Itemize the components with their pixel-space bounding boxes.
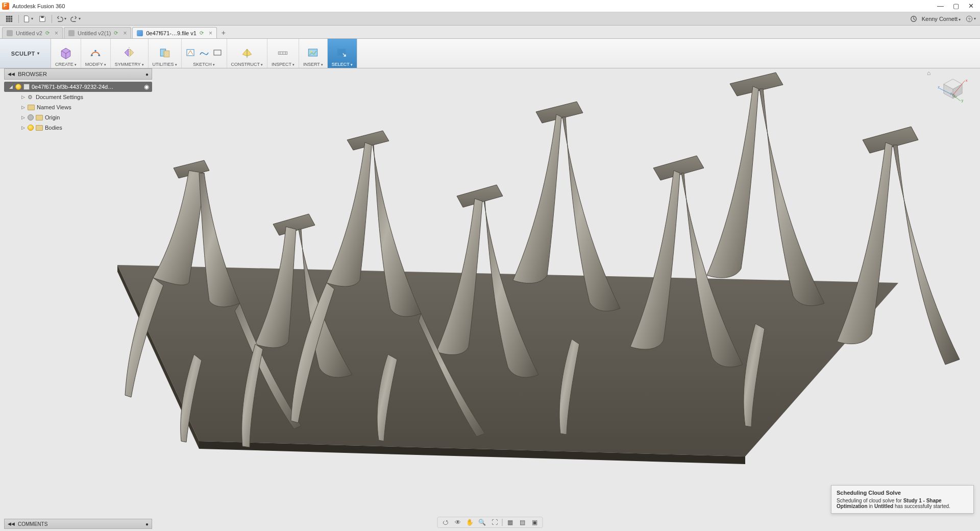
tool-construct[interactable]: CONSTRUCT	[227, 39, 267, 68]
tool-modify[interactable]: MODIFY	[81, 39, 111, 68]
axis-x: x	[966, 78, 968, 83]
svg-point-13	[91, 55, 93, 57]
tree-item-origin[interactable]: ▷ Origin	[4, 112, 152, 123]
tree-item-bodies[interactable]: ▷ Bodies	[4, 123, 152, 133]
svg-rect-0	[6, 15, 8, 17]
home-view-icon[interactable]: ⌂	[927, 69, 930, 77]
data-panel-button[interactable]	[3, 14, 15, 24]
refresh-icon[interactable]: ⟳	[114, 30, 118, 36]
folder-icon	[28, 105, 35, 110]
grid-button[interactable]: ▤	[517, 518, 528, 527]
tool-label: SKETCH	[193, 62, 214, 67]
user-menu[interactable]: Kenny Cornett	[922, 16, 961, 22]
doc-tab-1[interactable]: Untitled v2(1) ⟳ ×	[64, 27, 131, 38]
title-bar: Autodesk Fusion 360 — ▢ ✕	[0, 0, 980, 12]
axis-z: z	[938, 85, 940, 89]
viewports-button[interactable]: ▣	[529, 518, 541, 527]
visibility-icon[interactable]	[15, 84, 21, 90]
doc-tab-label: Untitled v2(1)	[78, 30, 111, 36]
svg-rect-23	[337, 49, 346, 55]
svg-rect-3	[6, 18, 8, 20]
collapse-icon[interactable]: ◀◀	[8, 521, 15, 526]
tool-label: INSPECT	[272, 62, 295, 67]
job-status-icon[interactable]	[908, 14, 920, 24]
doc-icon	[137, 30, 143, 36]
model-canvas	[0, 68, 980, 531]
tool-utilities[interactable]: UTILITIES	[149, 39, 182, 68]
tool-select[interactable]: SELECT	[328, 39, 357, 68]
display-button[interactable]: ▦	[505, 518, 516, 527]
tool-insert[interactable]: INSERT	[299, 39, 328, 68]
browser-header[interactable]: ◀◀ BROWSER ●	[4, 68, 152, 80]
help-menu[interactable]: ?	[965, 14, 977, 24]
browser-panel: ◀◀ BROWSER ● ◢ 0e47f671-bf3b-4437-9232-2…	[4, 68, 152, 135]
tool-create[interactable]: CREATE	[51, 39, 81, 68]
expand-icon[interactable]: ▷	[20, 125, 26, 130]
svg-point-14	[95, 50, 97, 52]
gear-icon: ⚙	[28, 94, 34, 100]
pan-button[interactable]: ✋	[464, 518, 476, 527]
decal-icon	[306, 45, 320, 60]
tool-sketch[interactable]: SKETCH	[182, 39, 227, 68]
file-menu-button[interactable]	[22, 14, 34, 24]
zoom-button[interactable]: 🔍	[477, 518, 488, 527]
tool-inspect[interactable]: INSPECT	[267, 39, 299, 68]
svg-rect-2	[11, 15, 13, 17]
svg-point-15	[99, 55, 101, 57]
pin-icon[interactable]: ●	[145, 71, 149, 77]
utilities-icon	[158, 45, 172, 60]
doc-icon	[68, 30, 75, 36]
comments-panel[interactable]: ◀◀ COMMENTS ●	[4, 519, 152, 529]
doc-tab-0[interactable]: Untitled v2 ⟳ ×	[2, 27, 63, 38]
tool-label: SELECT	[332, 62, 353, 67]
close-icon[interactable]: ×	[55, 30, 58, 37]
expand-icon[interactable]: ▷	[20, 115, 26, 120]
item-label: Named Views	[37, 104, 71, 110]
app-logo-icon	[2, 3, 9, 10]
close-icon[interactable]: ×	[209, 30, 212, 37]
save-button[interactable]	[36, 14, 48, 24]
tree-root[interactable]: ◢ 0e47f671-bf3b-4437-9232-24d… ◉	[4, 82, 152, 92]
collapse-icon[interactable]: ◀◀	[8, 71, 15, 77]
toolbar-ribbon: SCULPT CREATE MODIFY SYMMETRY UTILITIES …	[0, 39, 980, 68]
visibility-icon[interactable]	[28, 114, 34, 120]
pin-icon[interactable]: ●	[145, 521, 149, 527]
undo-button[interactable]	[55, 14, 67, 24]
svg-rect-1	[8, 15, 10, 17]
edit-form-icon	[88, 45, 103, 60]
plane-icon	[240, 45, 254, 60]
svg-point-22	[310, 51, 312, 53]
look-button[interactable]: 👁	[452, 518, 463, 527]
tool-symmetry[interactable]: SYMMETRY	[111, 39, 149, 68]
svg-rect-17	[164, 51, 169, 57]
tool-label: CREATE	[55, 62, 77, 67]
close-button[interactable]: ✕	[968, 2, 974, 10]
fit-button[interactable]: ⛶	[489, 518, 500, 527]
close-icon[interactable]: ×	[123, 30, 127, 37]
orbit-button[interactable]: ⭯	[440, 518, 451, 527]
new-tab-button[interactable]: +	[218, 27, 229, 38]
expand-icon[interactable]: ▷	[20, 94, 26, 100]
axis-y: y	[962, 98, 964, 103]
doc-tab-2[interactable]: 0e47f671-…9.file v1 ⟳ ×	[132, 27, 216, 38]
tool-label: CONSTRUCT	[231, 62, 263, 67]
visibility-icon[interactable]	[28, 125, 34, 131]
notification-toast[interactable]: Scheduling Cloud Solve Scheduling of clo…	[831, 485, 974, 514]
doc-icon	[7, 30, 13, 36]
refresh-icon[interactable]: ⟳	[200, 30, 204, 36]
maximize-button[interactable]: ▢	[953, 2, 959, 10]
redo-button[interactable]	[69, 14, 82, 24]
viewport[interactable]	[0, 68, 980, 517]
expand-icon[interactable]: ◢	[8, 84, 13, 89]
minimize-button[interactable]: —	[937, 2, 944, 10]
workspace-switcher[interactable]: SCULPT	[0, 39, 51, 68]
app-title: Autodesk Fusion 360	[12, 3, 65, 9]
tree-item-settings[interactable]: ▷ ⚙ Document Settings	[4, 92, 152, 102]
view-cube[interactable]: ⌂ LEFT x z y	[936, 71, 970, 105]
activate-icon[interactable]: ◉	[144, 83, 149, 90]
measure-icon	[276, 45, 290, 60]
expand-icon[interactable]: ▷	[20, 105, 26, 110]
refresh-icon[interactable]: ⟳	[45, 30, 50, 36]
box-icon	[59, 45, 73, 60]
tree-item-views[interactable]: ▷ Named Views	[4, 102, 152, 112]
